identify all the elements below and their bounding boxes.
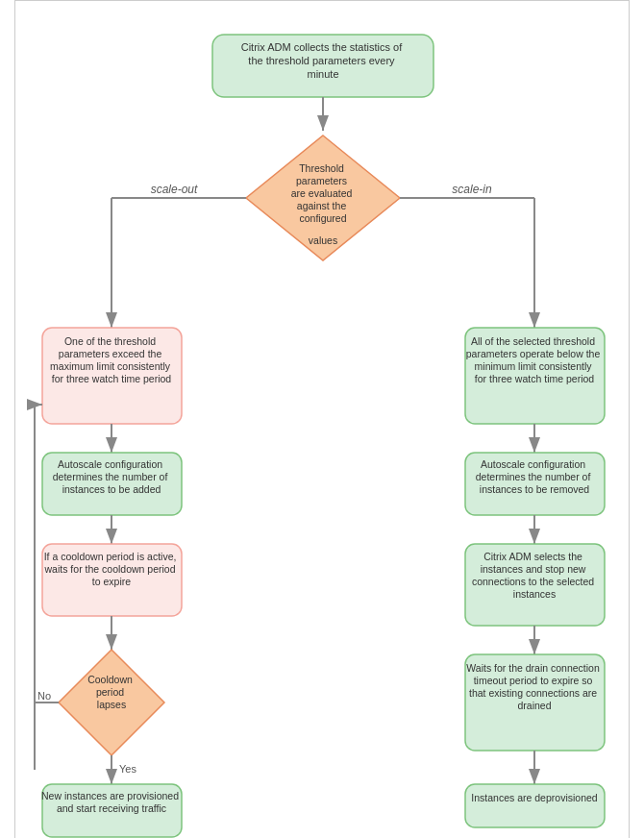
autoscale-remove-text: Autoscale configuration determines the n… [476,458,594,495]
flowchart-svg: Citrix ADM collects the statistics of th… [25,20,621,838]
main-diamond-text: Threshold parameters are evaluated again… [291,162,356,224]
scale-in-label: scale-in [452,183,492,196]
scale-out-text: One of the threshold parameters exceed t… [50,335,173,384]
new-instances-text: New instances are provisioned and start … [41,790,182,814]
diagram-container: Citrix ADM collects the statistics of th… [14,0,630,838]
yes-label: Yes [119,763,136,775]
main-diamond-text2: values [309,234,337,246]
deprovisioned-box [465,784,605,827]
scale-out-label: scale-out [151,183,198,196]
autoscale-add-text: Autoscale configuration determines the n… [53,458,171,495]
deprovisioned-text: Instances are deprovisioned [471,792,597,803]
scale-in-text: All of the selected threshold parameters… [466,335,603,384]
no-label: No [37,690,51,702]
